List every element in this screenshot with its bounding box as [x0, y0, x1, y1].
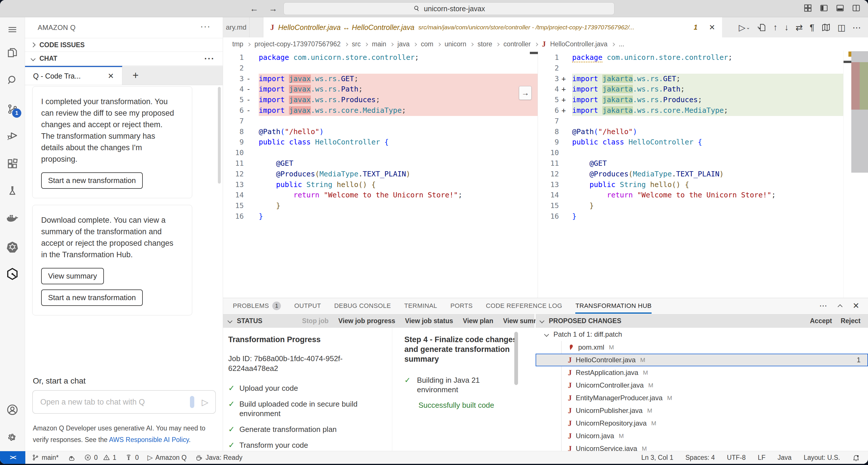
status-action-view-job-progress[interactable]: View job progress [338, 317, 396, 325]
branch-indicator[interactable]: main* [32, 454, 59, 462]
tab-summary-md[interactable]: ary.md [223, 17, 250, 37]
toggle-panel-icon[interactable] [836, 4, 844, 12]
next-change-icon[interactable]: ↓ [784, 23, 788, 32]
whitespace-icon[interactable]: ¶ [810, 23, 814, 32]
run-debug-icon[interactable] [0, 125, 25, 147]
amazon-q-status[interactable]: ▷ Amazon Q [147, 454, 186, 462]
amazon-q-icon[interactable] [0, 263, 25, 285]
split-editor-icon[interactable]: ◫ [837, 23, 845, 32]
panel-tab-problems[interactable]: PROBLEMS1 [233, 298, 281, 314]
encoding[interactable]: UTF-8 [727, 454, 746, 462]
close-icon[interactable]: ✕ [709, 23, 715, 32]
send-icon[interactable]: ▷ [202, 397, 208, 407]
menu-icon[interactable] [0, 19, 25, 40]
more-actions-icon[interactable]: ⋯ [852, 23, 861, 32]
status-action-view-job-status[interactable]: View job status [405, 317, 453, 325]
diff-original-pane[interactable]: 1package com.unicorn.store.controller;23… [223, 51, 538, 298]
explorer-icon[interactable] [0, 42, 25, 64]
section-chat[interactable]: CHAT ··· [25, 52, 223, 66]
status-action-view-plan[interactable]: View plan [463, 317, 493, 325]
breadcrumb-item[interactable]: unicorn [445, 40, 466, 48]
remote-indicator[interactable]: >< [0, 451, 25, 464]
responsible-ai-policy-link[interactable]: AWS Responsible AI Policy [109, 436, 189, 443]
panel-more-icon[interactable]: ⋯ [819, 301, 828, 310]
new-chat-tab-button[interactable]: + [122, 66, 149, 85]
chat-input[interactable] [33, 398, 190, 407]
panel-tab-ports[interactable]: PORTS [451, 298, 472, 314]
map-icon[interactable] [822, 23, 831, 32]
panel-tab-terminal[interactable]: TERMINAL [404, 298, 437, 314]
java-status[interactable]: Java: Ready [195, 454, 242, 462]
docker-icon[interactable] [0, 207, 25, 229]
back-icon[interactable]: ← [250, 4, 258, 13]
diff-modified-pane[interactable]: 1package com.unicorn.store.controller;23… [538, 51, 868, 298]
search-sidebar-icon[interactable] [0, 69, 25, 91]
file-row-unicornrepository.java[interactable]: JUnicornRepository.javaM [536, 417, 868, 430]
chat-action-button[interactable]: View summary [41, 268, 104, 284]
toggle-sidebar-icon[interactable] [820, 4, 828, 12]
open-changes-icon[interactable] [757, 23, 766, 32]
notifications-bell-icon[interactable] [852, 454, 860, 462]
extensions-icon[interactable] [0, 153, 25, 175]
file-row-unicorncontroller.java[interactable]: JUnicornController.javaM [536, 379, 868, 392]
file-row-entitymanagerproducer.java[interactable]: JEntityManagerProducer.javaM [536, 392, 868, 404]
sidebar-scrollbar[interactable] [218, 87, 221, 184]
panel-close-icon[interactable]: ✕ [853, 301, 859, 310]
swap-sides-icon[interactable]: ⇄ [796, 23, 803, 32]
panel-tab-output[interactable]: OUTPUT [294, 298, 321, 314]
previous-change-icon[interactable]: ↑ [773, 23, 777, 32]
chat-tab[interactable]: Q - Code Tra... ✕ [25, 66, 122, 85]
cursor-position[interactable]: Ln 3, Col 1 [641, 454, 673, 462]
tab-hellocontroller-diff[interactable]: J HelloController.java ↔ HelloController… [264, 17, 722, 37]
status-scrollbar[interactable] [514, 332, 518, 385]
keyboard-layout[interactable]: Layout: U.S. [804, 454, 840, 462]
breadcrumb-item[interactable]: com [421, 40, 433, 48]
customize-layout-icon[interactable] [852, 4, 861, 12]
sidebar-more-icon[interactable]: ··· [200, 21, 211, 31]
grid-layout-icon[interactable] [804, 4, 812, 12]
run-file-icon[interactable]: ▷⌄ [739, 23, 750, 32]
accounts-icon[interactable] [0, 399, 25, 421]
file-row-unicornservice.java[interactable]: JUnicornService.javaM [536, 442, 868, 451]
file-row-hellocontroller.java[interactable]: JHelloController.javaM1 [536, 354, 868, 366]
ports-indicator[interactable]: 0 [125, 454, 139, 462]
breadcrumb-item[interactable]: src [352, 40, 361, 48]
problems-indicator[interactable]: 0 1 [84, 454, 117, 462]
breadcrumb-item[interactable]: controller [503, 40, 531, 48]
breadcrumb-item[interactable]: tmp [232, 40, 243, 48]
revert-block-button[interactable]: → [519, 86, 532, 100]
settings-gear-icon[interactable] [0, 427, 25, 448]
breadcrumb-item[interactable]: ... [619, 40, 624, 48]
source-control-icon[interactable]: 1 [0, 98, 25, 120]
chat-action-button[interactable]: Start a new transformation [41, 289, 143, 306]
breadcrumb-item[interactable]: HelloController.java [550, 40, 607, 48]
breadcrumb-item[interactable]: project-copy-1739707567962 [254, 40, 340, 48]
panel-maximize-icon[interactable] [837, 304, 842, 309]
accept-button[interactable]: Accept [810, 317, 832, 325]
close-icon[interactable]: ✕ [107, 72, 114, 81]
patch-row[interactable]: Patch 1 of 1: diff.patch [536, 328, 868, 341]
kubernetes-icon[interactable] [0, 236, 25, 258]
forward-icon[interactable]: → [269, 4, 277, 13]
panel-tab-debug-console[interactable]: DEBUG CONSOLE [334, 298, 391, 314]
file-row-unicornpublisher.java[interactable]: JUnicornPublisher.javaM [536, 404, 868, 417]
breadcrumb-item[interactable]: store [477, 40, 492, 48]
breadcrumb-item[interactable]: java [398, 40, 409, 48]
testing-icon[interactable] [0, 180, 25, 202]
panel-tab-code-reference-log[interactable]: CODE REFERENCE LOG [486, 298, 562, 314]
command-center-search[interactable]: unicorn-store-javax [283, 2, 615, 15]
language-mode[interactable]: Java [778, 454, 792, 462]
panel-tab-transformation-hub[interactable]: TRANSFORMATION HUB [575, 298, 652, 314]
breadcrumb-item[interactable]: main [372, 40, 386, 48]
publish-changes-icon[interactable] [67, 454, 75, 462]
file-row-restapplication.java[interactable]: JRestApplication.javaM [536, 366, 868, 379]
indentation[interactable]: Spaces: 4 [685, 454, 715, 462]
file-row-pom.xml[interactable]: pom.xmlM [536, 341, 868, 354]
section-code-issues[interactable]: CODE ISSUES [25, 38, 223, 52]
chat-more-icon[interactable]: ··· [204, 54, 215, 64]
eol-sequence[interactable]: LF [758, 454, 766, 462]
chat-action-button[interactable]: Start a new transformation [41, 173, 143, 189]
editor-scrollbar[interactable] [851, 51, 868, 298]
reject-button[interactable]: Reject [841, 317, 861, 325]
file-row-unicorn.java[interactable]: JUnicorn.javaM [536, 430, 868, 442]
